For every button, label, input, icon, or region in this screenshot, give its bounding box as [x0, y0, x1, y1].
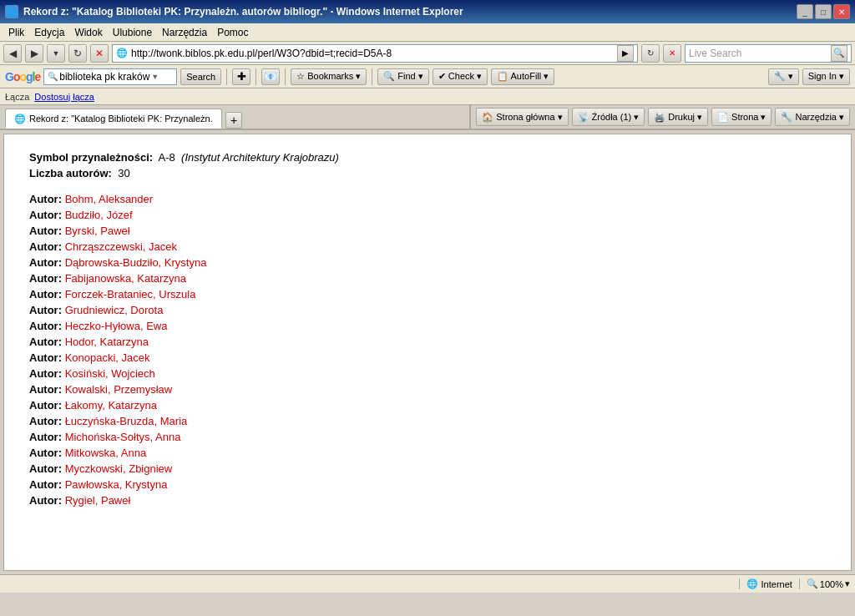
customize-links[interactable]: Dostosuj łącza [34, 92, 94, 102]
go-button[interactable]: ▶ [617, 45, 634, 62]
table-row: Autor: Łakomy, Katarzyna [29, 399, 826, 412]
table-row: Autor: Łuczyńska-Bruzda, Maria [29, 415, 826, 427]
author-link[interactable]: Łuczyńska-Bruzda, Maria [65, 415, 188, 427]
google-search-button[interactable]: Search [180, 68, 221, 85]
dropdown-button[interactable]: ▼ [47, 44, 65, 63]
separator-1 [226, 68, 227, 85]
status-right: 🌐 Internet 🔍 100% ▾ [739, 578, 850, 589]
zoom-label: 100% [820, 579, 843, 589]
check-button[interactable]: ✔ Check ▾ [433, 68, 488, 85]
author-label: Autor: [29, 193, 62, 205]
links-bar: Łącza Dostosuj łącza [0, 88, 855, 105]
menu-bar: Plik Edycja Widok Ulubione Narzędzia Pom… [0, 23, 855, 42]
author-link[interactable]: Byrski, Paweł [65, 225, 130, 237]
author-label: Autor: [29, 399, 62, 412]
author-link[interactable]: Bohm, Aleksander [65, 193, 154, 205]
author-label: Autor: [29, 225, 62, 237]
maximize-button[interactable]: □ [815, 4, 832, 19]
active-tab[interactable]: 🌐 Rekord z: "Katalog Biblioteki PK: Przy… [5, 109, 222, 129]
table-row: Autor: Myczkowski, Zbigniew [29, 462, 826, 475]
table-row: Autor: Rygiel, Paweł [29, 494, 826, 507]
menu-widok[interactable]: Widok [69, 25, 107, 40]
search-button[interactable]: 🔍 [831, 45, 847, 62]
google-search-input[interactable]: 🔍 biblioteka pk kraków ▼ [43, 68, 177, 85]
author-link[interactable]: Hodor, Katarzyna [65, 336, 149, 348]
author-link[interactable]: Dąbrowska-Budziło, Krystyna [65, 256, 207, 269]
bookmarks-button[interactable]: ☆ Bookmarks ▾ [291, 68, 367, 85]
table-row: Autor: Fabijanowska, Katarzyna [29, 272, 826, 285]
author-link[interactable]: Konopacki, Jacek [65, 351, 150, 364]
table-row: Autor: Pawłowska, Krystyna [29, 478, 826, 491]
menu-pomoc[interactable]: Pomoc [212, 25, 253, 40]
table-row: Autor: Bohm, Aleksander [29, 193, 826, 205]
zoom-control[interactable]: 🔍 100% ▾ [799, 578, 850, 589]
author-link[interactable]: Grudniewicz, Dorota [65, 304, 164, 316]
author-link[interactable]: Kosiński, Wojciech [65, 367, 155, 380]
author-label: Autor: [29, 431, 62, 443]
page-button[interactable]: 📄 Strona ▾ [711, 108, 772, 126]
author-link[interactable]: Pawłowska, Krystyna [65, 478, 168, 491]
author-label: Autor: [29, 447, 62, 459]
url-bar[interactable]: 🌐 http://twonk.biblos.pk.edu.pl/perl/W3O… [112, 44, 638, 63]
print-button[interactable]: 🖨️ Drukuj ▾ [648, 108, 708, 126]
table-row: Autor: Budziło, Józef [29, 209, 826, 221]
author-label: Autor: [29, 415, 62, 427]
find-button[interactable]: 🔍 Find ▾ [377, 68, 429, 85]
stop-button[interactable]: ✕ [90, 44, 109, 63]
table-row: Autor: Heczko-Hyłowa, Ewa [29, 320, 826, 332]
symbol-label: Symbol przynależności: [29, 151, 153, 164]
refresh-page-button[interactable]: ↻ [641, 44, 660, 63]
author-link[interactable]: Fabijanowska, Katarzyna [65, 272, 186, 285]
status-bar: 🌐 Internet 🔍 100% ▾ [0, 574, 855, 593]
author-link[interactable]: Myczkowski, Zbigniew [65, 462, 173, 475]
author-link[interactable]: Budziło, Józef [65, 209, 133, 221]
sources-button[interactable]: 📡 Źródła (1) ▾ [572, 108, 645, 126]
table-row: Autor: Konopacki, Jacek [29, 351, 826, 364]
table-row: Autor: Michońska-Sołtys, Anna [29, 431, 826, 443]
table-row: Autor: Kowalski, Przemysław [29, 383, 826, 396]
forward-button[interactable]: ▶ [25, 44, 43, 63]
author-link[interactable]: Chrząszczewski, Jacek [65, 240, 177, 253]
table-row: Autor: Mitkowska, Anna [29, 447, 826, 459]
title-bar: 🌐 Rekord z: "Katalog Biblioteki PK: Przy… [0, 0, 855, 23]
home-button[interactable]: 🏠 Strona główna ▾ [476, 108, 568, 126]
menu-narzedzia[interactable]: Narzędzia [157, 25, 212, 40]
signin-button[interactable]: Sign In ▾ [802, 68, 850, 85]
live-search-bar[interactable]: Live Search 🔍 [685, 44, 852, 63]
author-label: Autor: [29, 351, 62, 364]
author-link[interactable]: Michońska-Sołtys, Anna [65, 431, 181, 443]
back-button[interactable]: ◀ [3, 44, 22, 63]
google-toolbar: Google 🔍 biblioteka pk kraków ▼ Search ✚… [0, 65, 855, 88]
menu-ulubione[interactable]: Ulubione [108, 25, 157, 40]
author-link[interactable]: Mitkowska, Anna [65, 447, 147, 459]
tools-button[interactable]: 🔧 Narzędzia ▾ [775, 108, 850, 126]
menu-plik[interactable]: Plik [3, 25, 29, 40]
settings-button[interactable]: 🔧 ▾ [768, 68, 799, 85]
content-area: Symbol przynależności: A-8 (Instytut Arc… [3, 134, 852, 571]
table-row: Autor: Kosiński, Wojciech [29, 367, 826, 380]
stop-page-button[interactable]: ✕ [663, 44, 681, 63]
new-tab-button[interactable]: + [225, 112, 242, 129]
zone-icon: 🌐 [746, 578, 758, 589]
table-row: Autor: Forczek-Brataniec, Urszula [29, 288, 826, 300]
autofill-button[interactable]: 📋 AutoFill ▾ [491, 68, 554, 85]
author-link[interactable]: Forczek-Brataniec, Urszula [65, 288, 196, 300]
author-link[interactable]: Kowalski, Przemysław [65, 383, 173, 396]
bookmark-icon[interactable]: 📧 [261, 68, 280, 85]
refresh-button[interactable]: ↻ [68, 44, 87, 63]
zone-info: 🌐 Internet [739, 578, 792, 589]
author-label: Autor: [29, 383, 62, 396]
author-link[interactable]: Rygiel, Paweł [65, 494, 131, 507]
author-link[interactable]: Łakomy, Katarzyna [65, 399, 157, 412]
close-button[interactable]: ✕ [833, 4, 850, 19]
add-button[interactable]: ✚ [232, 68, 250, 85]
authors-list: Autor: Bohm, AleksanderAutor: Budziło, J… [29, 193, 826, 507]
author-link[interactable]: Heczko-Hyłowa, Ewa [65, 320, 168, 332]
separator-2 [255, 68, 256, 85]
author-label: Autor: [29, 304, 62, 316]
author-label: Autor: [29, 272, 62, 285]
menu-edycja[interactable]: Edycja [29, 25, 69, 40]
window-title: Rekord z: "Katalog Biblioteki PK: Przyna… [23, 6, 463, 18]
count-field: Liczba autorów: 30 [29, 167, 826, 179]
minimize-button[interactable]: _ [797, 4, 813, 19]
